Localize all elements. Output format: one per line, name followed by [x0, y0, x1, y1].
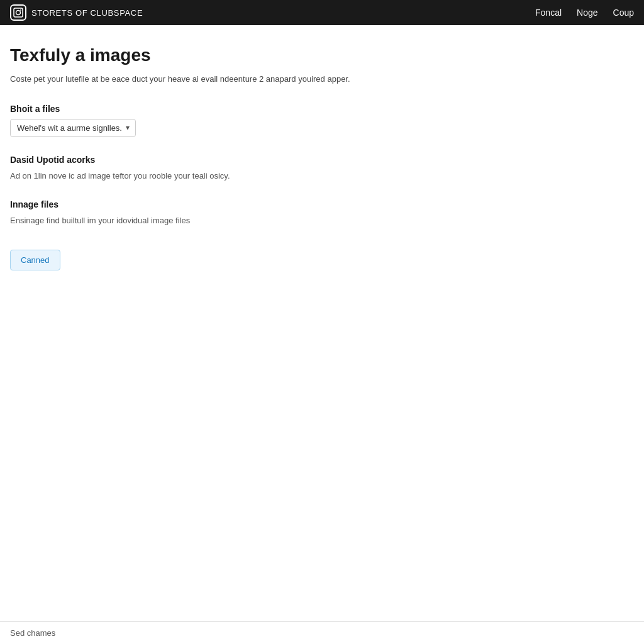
- section-dasid-upotid: Dasid Upotid acorks Ad on 1lin nove ic a…: [10, 155, 556, 182]
- main-content: Texfuly a images Coste pet your lutefile…: [0, 25, 566, 280]
- section2-title: Dasid Upotid acorks: [10, 155, 556, 165]
- section3-description: Ensinage find builtull im your idovidual…: [10, 214, 556, 227]
- logo-icon: [10, 4, 26, 21]
- section1-title: Bhoit a files: [10, 104, 556, 114]
- nav-item-foncal[interactable]: Foncal: [535, 8, 562, 18]
- header-nav: Foncal Noge Coup: [535, 8, 634, 18]
- nav-item-coup[interactable]: Coup: [613, 8, 634, 18]
- section-innage-files: Innage files Ensinage find builtull im y…: [10, 199, 556, 227]
- dropdown-container[interactable]: Wehel's wit a aurme signlles. ▾: [10, 119, 136, 137]
- header: STORETS OF CLUBSPACE Foncal Noge Coup: [0, 0, 644, 25]
- section-bhoit-files: Bhoit a files Wehel's wit a aurme signll…: [10, 104, 556, 137]
- nav-item-noge[interactable]: Noge: [577, 8, 597, 18]
- page-title: Texfuly a images: [10, 45, 556, 65]
- svg-point-1: [16, 11, 21, 15]
- logo-text: STORETS OF CLUBSPACE: [31, 8, 143, 18]
- logo: STORETS OF CLUBSPACE: [10, 4, 143, 21]
- section3-title: Innage files: [10, 199, 556, 209]
- section2-description: Ad on 1lin nove ic ad image teftor you r…: [10, 170, 556, 182]
- cancel-button[interactable]: Canned: [10, 250, 60, 270]
- svg-rect-0: [14, 8, 23, 17]
- svg-point-2: [20, 9, 21, 11]
- page-description: Coste pet your lutefile at be eace duct …: [10, 73, 556, 86]
- dropdown-wrapper: Wehel's wit a aurme signlles. ▾: [10, 119, 556, 137]
- files-dropdown[interactable]: Wehel's wit a aurme signlles.: [10, 119, 136, 137]
